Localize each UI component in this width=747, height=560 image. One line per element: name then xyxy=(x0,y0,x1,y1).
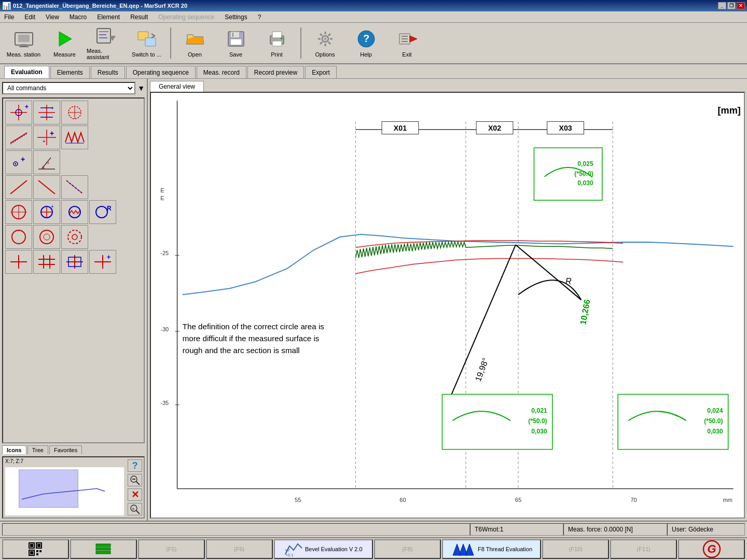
icon-red-circle1[interactable] xyxy=(5,225,32,249)
preview-delete-btn[interactable]: ✕ xyxy=(128,488,142,501)
func-f12-button[interactable]: G xyxy=(678,539,745,559)
svg-text:(*50.0): (*50.0) xyxy=(574,170,593,177)
preview-help-btn[interactable]: ? xyxy=(128,459,142,472)
menu-settings[interactable]: Settings xyxy=(223,12,249,22)
icon-cross-bracket[interactable] xyxy=(61,250,88,274)
svg-point-76 xyxy=(12,230,25,244)
icon-crosshair-edit[interactable]: + xyxy=(33,101,60,124)
svg-rect-152 xyxy=(37,544,40,547)
svg-marker-33 xyxy=(410,36,417,42)
close-button[interactable]: ✕ xyxy=(737,2,745,9)
tab-elements[interactable]: Elements xyxy=(50,66,90,78)
menu-edit[interactable]: Edit xyxy=(22,12,37,22)
svg-rect-3 xyxy=(19,46,29,47)
func-f11-button[interactable]: (F11) xyxy=(610,539,677,559)
svg-text:0,030: 0,030 xyxy=(707,428,723,435)
icon-circle1[interactable] xyxy=(5,200,32,224)
menu-result[interactable]: Result xyxy=(128,12,150,22)
svg-text:+: + xyxy=(51,204,54,209)
svg-point-80 xyxy=(72,234,77,240)
options-icon xyxy=(315,29,336,49)
svg-text:10,266: 10,266 xyxy=(578,299,591,326)
menu-element[interactable]: Element xyxy=(95,12,122,22)
commands-header: All commands Favorites Recent ▼ xyxy=(0,79,147,97)
func-f8-label-button[interactable]: (F8) xyxy=(374,539,441,559)
svg-text:0,021: 0,021 xyxy=(531,407,547,414)
icon-crosshair-add[interactable]: + xyxy=(5,101,32,124)
icon-cross-plus[interactable]: + xyxy=(89,250,116,274)
func-f7-button[interactable]: +0.1 v2 Bevel Evaluation V 2.0 xyxy=(274,539,373,559)
icon-row-3: + α xyxy=(5,150,142,174)
minimize-button[interactable]: _ xyxy=(718,2,726,9)
preview-zoom-btn[interactable] xyxy=(128,474,142,486)
menu-file[interactable]: File xyxy=(2,12,16,22)
restore-button[interactable]: ❐ xyxy=(727,2,736,9)
func-f8-thread-button[interactable]: F8 Thread Evaluation xyxy=(442,539,541,559)
menubar: File Edit View Macro Element Result Oper… xyxy=(0,11,747,23)
tab-record-preview[interactable]: Record preview xyxy=(247,66,304,78)
tab-export[interactable]: Export xyxy=(305,66,337,78)
func-f7-label: Bevel Evaluation V 2.0 xyxy=(305,546,363,552)
svg-text:X02: X02 xyxy=(488,124,501,132)
icon-grid: + + xyxy=(2,97,145,443)
svg-rect-160 xyxy=(96,551,110,554)
icon-circle-r[interactable]: R xyxy=(89,200,116,224)
statusbar: T6Wmot:1 Meas. force: 0.0000 [N] User: G… xyxy=(0,521,747,537)
icon-cross-double[interactable] xyxy=(33,250,60,274)
commands-dropdown-arrow[interactable]: ▼ xyxy=(137,84,145,92)
meas-station-button[interactable]: Meas. station xyxy=(4,25,43,61)
exit-button[interactable]: Exit xyxy=(388,25,426,61)
icon-angle-measure[interactable]: α xyxy=(33,150,60,174)
func-f2-button[interactable] xyxy=(70,539,137,559)
help-icon: ? xyxy=(356,29,377,49)
func-f5-label: (F5) xyxy=(166,546,176,552)
help-button[interactable]: ? Help xyxy=(347,25,385,61)
open-button[interactable]: Open xyxy=(175,25,214,61)
svg-line-65 xyxy=(67,181,82,193)
save-button[interactable]: Save xyxy=(216,25,255,61)
switch-to-button[interactable]: Switch to ... xyxy=(127,25,166,61)
commands-dropdown[interactable]: All commands Favorites Recent xyxy=(2,82,135,94)
menu-macro[interactable]: Macro xyxy=(67,12,89,22)
icon-crosshair-plus[interactable]: + + xyxy=(33,125,60,149)
func-f1-button[interactable] xyxy=(2,539,69,559)
tab-icons[interactable]: Icons xyxy=(2,445,26,454)
tab-evaluation[interactable]: Evaluation xyxy=(4,66,49,78)
icon-circle-crosshair[interactable] xyxy=(61,101,88,124)
svg-rect-157 xyxy=(36,553,38,555)
icon-wave-line[interactable] xyxy=(61,125,88,149)
icon-red-circle2[interactable] xyxy=(33,225,60,249)
func-f10-button[interactable]: (F10) xyxy=(542,539,609,559)
svg-point-74 xyxy=(96,206,107,218)
options-button[interactable]: Options xyxy=(306,25,344,61)
menu-view[interactable]: View xyxy=(44,12,61,22)
tab-results[interactable]: Results xyxy=(91,66,125,78)
svg-rect-95 xyxy=(132,479,135,480)
tab-favorites[interactable]: Favorites xyxy=(49,445,82,454)
func-f5-button[interactable]: (F5) xyxy=(138,539,205,559)
measure-button[interactable]: Measure xyxy=(45,25,84,61)
svg-text:v2: v2 xyxy=(285,548,290,552)
func-f8-thread-label: F8 Thread Evaluation xyxy=(478,546,532,552)
icon-cross-simple[interactable] xyxy=(5,250,32,274)
icon-line-upward[interactable] xyxy=(5,125,32,149)
tab-tree[interactable]: Tree xyxy=(27,445,48,454)
icon-diagonal-line2[interactable] xyxy=(33,175,60,199)
icon-circle-cross[interactable]: + xyxy=(33,200,60,224)
icon-red-circle3[interactable] xyxy=(61,225,88,249)
icon-circle-wave[interactable] xyxy=(61,200,88,224)
print-button[interactable]: Print xyxy=(257,25,296,61)
icon-point-add[interactable]: + xyxy=(5,150,32,174)
tab-operating-sequence[interactable]: Operating sequence xyxy=(126,66,196,78)
options-label: Options xyxy=(315,51,335,58)
tab-general-view[interactable]: General view xyxy=(150,81,204,92)
icon-diagonal-line3[interactable] xyxy=(61,175,88,199)
icon-row-4 xyxy=(5,175,142,199)
svg-text:-35: -35 xyxy=(160,400,169,406)
preview-search-btn[interactable]: + xyxy=(128,503,142,515)
menu-help[interactable]: ? xyxy=(256,12,264,22)
tab-meas-record[interactable]: Meas. record xyxy=(197,66,246,78)
meas-assistant-button[interactable]: Meas. assistant xyxy=(86,25,125,61)
func-f6-button[interactable]: (F6) xyxy=(206,539,273,559)
icon-diagonal-line1[interactable] xyxy=(5,175,32,199)
